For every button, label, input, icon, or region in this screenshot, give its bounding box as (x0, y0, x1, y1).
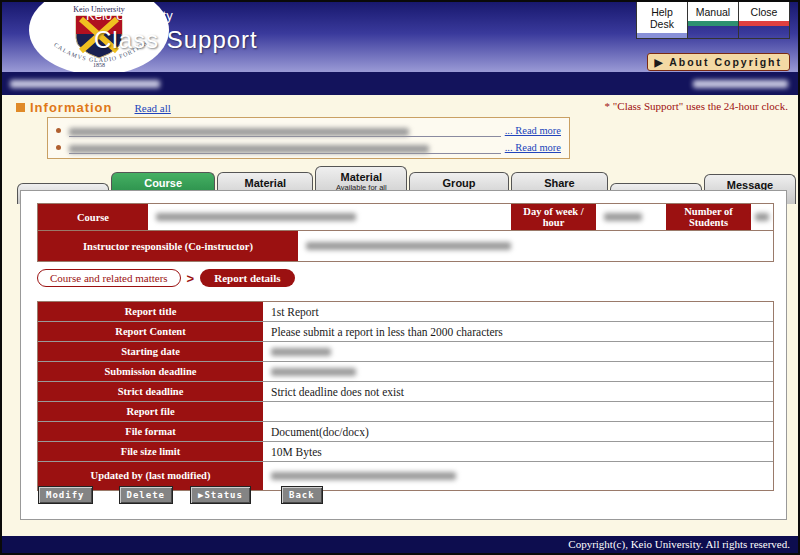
redacted-day (604, 213, 642, 221)
university-name: Keio University (86, 8, 173, 23)
information-item: ... Read more (56, 139, 561, 156)
row-value: 1st Report (263, 302, 773, 321)
information-header: Information Read all (16, 100, 171, 115)
breadcrumb: Course and related matters > Report deta… (37, 269, 295, 287)
item-bullet-icon (56, 145, 61, 150)
row-value: Strict deadline does not exist (263, 382, 773, 401)
redacted-updated-by (271, 472, 456, 480)
information-box: ... Read more ... Read more (47, 117, 570, 159)
row-label: Strict deadline (38, 382, 263, 401)
students-value (751, 204, 773, 230)
footer-copyright: Copyright(c), Keio University. All right… (2, 536, 798, 553)
row-label: Report title (38, 302, 263, 321)
row-label: Report file (38, 402, 263, 421)
back-button[interactable]: Back (281, 486, 323, 504)
table-row: Submission deadline (38, 361, 773, 381)
redacted-date (271, 348, 331, 356)
day-of-week-label: Day of week / hour (511, 204, 596, 230)
course-settings-panel: Course Day of week / hour Number of Stud… (20, 190, 787, 520)
information-bullet-icon (16, 103, 25, 112)
close-underline (739, 21, 789, 26)
instructor-label: Instructor responsible (Co-instructor) (38, 231, 298, 261)
row-value (263, 462, 773, 490)
clock-note: * "Class Support" uses the 24-hour clock… (605, 100, 788, 112)
redacted-date (271, 368, 356, 376)
row-label: Report Content (38, 322, 263, 341)
table-row: Report title 1st Report (38, 302, 773, 321)
table-row: Report file (38, 401, 773, 421)
information-title: Information (30, 100, 113, 115)
row-value (263, 342, 773, 361)
course-context-bar (2, 72, 798, 95)
read-more-link[interactable]: ... Read more (505, 142, 561, 153)
read-more-link[interactable]: ... Read more (505, 125, 561, 136)
manual-underline (688, 21, 738, 26)
course-value (148, 204, 511, 230)
breadcrumb-course-matters[interactable]: Course and related matters (37, 269, 181, 287)
manual-button[interactable]: Manual (687, 2, 739, 39)
row-value: 10M Bytes (263, 442, 773, 461)
redacted-datetime (693, 80, 788, 88)
redacted-course-context (10, 80, 160, 88)
app-header: Keio University 1858 CALAMVS GLADIO FORT… (2, 2, 798, 72)
action-buttons: Modify Delete ▶Status Back (38, 486, 323, 504)
course-info-table: Course Day of week / hour Number of Stud… (37, 203, 774, 262)
redacted-instructor (306, 242, 511, 250)
breadcrumb-report-details[interactable]: Report details (200, 269, 294, 287)
report-details-table: Report title 1st Report Report Content P… (37, 301, 774, 491)
item-bullet-icon (56, 128, 61, 133)
instructor-row: Instructor responsible (Co-instructor) (38, 230, 773, 261)
information-item: ... Read more (56, 122, 561, 139)
modify-button[interactable]: Modify (38, 486, 93, 504)
table-row: Report Content Please submit a report in… (38, 321, 773, 341)
row-value: Please submit a report in less than 2000… (263, 322, 773, 341)
breadcrumb-separator-icon: > (187, 271, 195, 286)
header-buttons: Help Desk Manual Close (637, 2, 790, 39)
course-label: Course (38, 204, 148, 230)
about-copyright-button[interactable]: ▶ About Copyright (647, 53, 790, 71)
table-row: Starting date (38, 341, 773, 361)
row-value (263, 402, 773, 421)
app-title: Class Support (94, 26, 258, 54)
table-row: Strict deadline Strict deadline does not… (38, 381, 773, 401)
redacted-course-name (156, 213, 356, 221)
table-row: File format Document(doc/docx) (38, 421, 773, 441)
students-label: Number of Students (666, 204, 751, 230)
redacted-info-text (69, 145, 429, 153)
row-label: Starting date (38, 342, 263, 361)
help-desk-underline (637, 33, 687, 38)
read-all-link[interactable]: Read all (135, 102, 171, 114)
help-desk-button[interactable]: Help Desk (636, 2, 688, 39)
table-row: File size limit 10M Bytes (38, 441, 773, 461)
row-value: Document(doc/docx) (263, 422, 773, 441)
day-of-week-value (596, 204, 666, 230)
row-label: File format (38, 422, 263, 441)
row-value (263, 362, 773, 381)
row-label: Submission deadline (38, 362, 263, 381)
page: Keio University 1858 CALAMVS GLADIO FORT… (2, 2, 798, 553)
status-button[interactable]: ▶Status (190, 486, 251, 504)
redacted-count (755, 213, 769, 221)
redacted-info-text (69, 128, 409, 136)
delete-button[interactable]: Delete (119, 486, 174, 504)
row-label: File size limit (38, 442, 263, 461)
course-row: Course Day of week / hour Number of Stud… (38, 204, 773, 230)
instructor-value (298, 231, 773, 261)
close-button[interactable]: Close (738, 2, 790, 39)
